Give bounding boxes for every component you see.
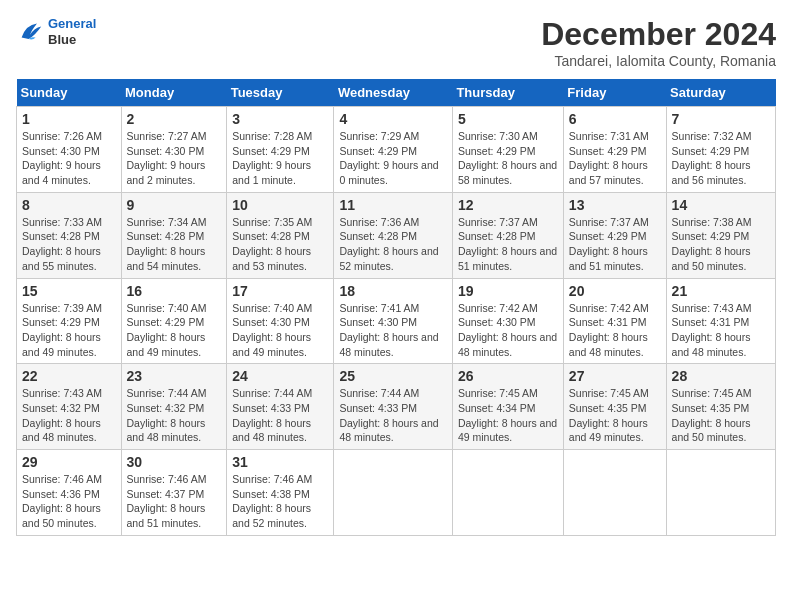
page-header: General Blue December 2024 Tandarei, Ial… — [16, 16, 776, 69]
calendar-cell: 4Sunrise: 7:29 AMSunset: 4:29 PMDaylight… — [334, 107, 453, 193]
header-thursday: Thursday — [452, 79, 563, 107]
day-number: 16 — [127, 283, 222, 299]
day-number: 9 — [127, 197, 222, 213]
header-tuesday: Tuesday — [227, 79, 334, 107]
day-number: 13 — [569, 197, 661, 213]
day-info: Sunrise: 7:38 AMSunset: 4:29 PMDaylight:… — [672, 215, 770, 274]
calendar-cell: 24Sunrise: 7:44 AMSunset: 4:33 PMDayligh… — [227, 364, 334, 450]
calendar-cell: 22Sunrise: 7:43 AMSunset: 4:32 PMDayligh… — [17, 364, 122, 450]
logo-icon — [16, 18, 44, 46]
calendar-cell: 19Sunrise: 7:42 AMSunset: 4:30 PMDayligh… — [452, 278, 563, 364]
header-monday: Monday — [121, 79, 227, 107]
day-number: 19 — [458, 283, 558, 299]
day-info: Sunrise: 7:45 AMSunset: 4:35 PMDaylight:… — [569, 386, 661, 445]
day-number: 29 — [22, 454, 116, 470]
day-number: 14 — [672, 197, 770, 213]
day-info: Sunrise: 7:30 AMSunset: 4:29 PMDaylight:… — [458, 129, 558, 188]
day-info: Sunrise: 7:42 AMSunset: 4:31 PMDaylight:… — [569, 301, 661, 360]
day-info: Sunrise: 7:36 AMSunset: 4:28 PMDaylight:… — [339, 215, 447, 274]
calendar-cell: 8Sunrise: 7:33 AMSunset: 4:28 PMDaylight… — [17, 192, 122, 278]
day-number: 5 — [458, 111, 558, 127]
calendar-cell: 17Sunrise: 7:40 AMSunset: 4:30 PMDayligh… — [227, 278, 334, 364]
calendar-cell: 20Sunrise: 7:42 AMSunset: 4:31 PMDayligh… — [563, 278, 666, 364]
calendar-cell: 18Sunrise: 7:41 AMSunset: 4:30 PMDayligh… — [334, 278, 453, 364]
day-info: Sunrise: 7:44 AMSunset: 4:33 PMDaylight:… — [232, 386, 328, 445]
day-info: Sunrise: 7:46 AMSunset: 4:36 PMDaylight:… — [22, 472, 116, 531]
day-info: Sunrise: 7:46 AMSunset: 4:37 PMDaylight:… — [127, 472, 222, 531]
day-info: Sunrise: 7:41 AMSunset: 4:30 PMDaylight:… — [339, 301, 447, 360]
calendar-cell — [666, 450, 775, 536]
logo-text: General Blue — [48, 16, 96, 47]
day-info: Sunrise: 7:40 AMSunset: 4:30 PMDaylight:… — [232, 301, 328, 360]
day-number: 25 — [339, 368, 447, 384]
day-info: Sunrise: 7:45 AMSunset: 4:35 PMDaylight:… — [672, 386, 770, 445]
day-number: 17 — [232, 283, 328, 299]
calendar-cell: 11Sunrise: 7:36 AMSunset: 4:28 PMDayligh… — [334, 192, 453, 278]
day-info: Sunrise: 7:26 AMSunset: 4:30 PMDaylight:… — [22, 129, 116, 188]
calendar-cell: 28Sunrise: 7:45 AMSunset: 4:35 PMDayligh… — [666, 364, 775, 450]
calendar-header: SundayMondayTuesdayWednesdayThursdayFrid… — [17, 79, 776, 107]
day-number: 4 — [339, 111, 447, 127]
calendar-cell: 7Sunrise: 7:32 AMSunset: 4:29 PMDaylight… — [666, 107, 775, 193]
day-number: 30 — [127, 454, 222, 470]
calendar-cell: 10Sunrise: 7:35 AMSunset: 4:28 PMDayligh… — [227, 192, 334, 278]
calendar-cell: 9Sunrise: 7:34 AMSunset: 4:28 PMDaylight… — [121, 192, 227, 278]
week-row-3: 15Sunrise: 7:39 AMSunset: 4:29 PMDayligh… — [17, 278, 776, 364]
calendar-cell: 6Sunrise: 7:31 AMSunset: 4:29 PMDaylight… — [563, 107, 666, 193]
day-info: Sunrise: 7:39 AMSunset: 4:29 PMDaylight:… — [22, 301, 116, 360]
week-row-5: 29Sunrise: 7:46 AMSunset: 4:36 PMDayligh… — [17, 450, 776, 536]
day-info: Sunrise: 7:37 AMSunset: 4:28 PMDaylight:… — [458, 215, 558, 274]
calendar-cell: 15Sunrise: 7:39 AMSunset: 4:29 PMDayligh… — [17, 278, 122, 364]
calendar-cell: 26Sunrise: 7:45 AMSunset: 4:34 PMDayligh… — [452, 364, 563, 450]
day-info: Sunrise: 7:37 AMSunset: 4:29 PMDaylight:… — [569, 215, 661, 274]
day-number: 2 — [127, 111, 222, 127]
day-number: 20 — [569, 283, 661, 299]
calendar-cell: 2Sunrise: 7:27 AMSunset: 4:30 PMDaylight… — [121, 107, 227, 193]
day-number: 31 — [232, 454, 328, 470]
day-info: Sunrise: 7:32 AMSunset: 4:29 PMDaylight:… — [672, 129, 770, 188]
day-number: 18 — [339, 283, 447, 299]
calendar-cell — [334, 450, 453, 536]
calendar-cell — [563, 450, 666, 536]
day-info: Sunrise: 7:28 AMSunset: 4:29 PMDaylight:… — [232, 129, 328, 188]
day-info: Sunrise: 7:42 AMSunset: 4:30 PMDaylight:… — [458, 301, 558, 360]
day-number: 23 — [127, 368, 222, 384]
day-info: Sunrise: 7:29 AMSunset: 4:29 PMDaylight:… — [339, 129, 447, 188]
calendar-cell: 31Sunrise: 7:46 AMSunset: 4:38 PMDayligh… — [227, 450, 334, 536]
header-sunday: Sunday — [17, 79, 122, 107]
day-info: Sunrise: 7:40 AMSunset: 4:29 PMDaylight:… — [127, 301, 222, 360]
calendar-cell: 5Sunrise: 7:30 AMSunset: 4:29 PMDaylight… — [452, 107, 563, 193]
header-row: SundayMondayTuesdayWednesdayThursdayFrid… — [17, 79, 776, 107]
day-info: Sunrise: 7:31 AMSunset: 4:29 PMDaylight:… — [569, 129, 661, 188]
main-title: December 2024 — [541, 16, 776, 53]
day-number: 15 — [22, 283, 116, 299]
day-number: 24 — [232, 368, 328, 384]
header-friday: Friday — [563, 79, 666, 107]
calendar-cell: 12Sunrise: 7:37 AMSunset: 4:28 PMDayligh… — [452, 192, 563, 278]
calendar-cell: 3Sunrise: 7:28 AMSunset: 4:29 PMDaylight… — [227, 107, 334, 193]
calendar-cell: 21Sunrise: 7:43 AMSunset: 4:31 PMDayligh… — [666, 278, 775, 364]
calendar-cell: 29Sunrise: 7:46 AMSunset: 4:36 PMDayligh… — [17, 450, 122, 536]
day-info: Sunrise: 7:35 AMSunset: 4:28 PMDaylight:… — [232, 215, 328, 274]
day-number: 7 — [672, 111, 770, 127]
header-saturday: Saturday — [666, 79, 775, 107]
day-number: 12 — [458, 197, 558, 213]
day-info: Sunrise: 7:27 AMSunset: 4:30 PMDaylight:… — [127, 129, 222, 188]
day-info: Sunrise: 7:43 AMSunset: 4:32 PMDaylight:… — [22, 386, 116, 445]
calendar-table: SundayMondayTuesdayWednesdayThursdayFrid… — [16, 79, 776, 536]
day-number: 27 — [569, 368, 661, 384]
logo: General Blue — [16, 16, 96, 47]
calendar-cell: 27Sunrise: 7:45 AMSunset: 4:35 PMDayligh… — [563, 364, 666, 450]
calendar-cell: 23Sunrise: 7:44 AMSunset: 4:32 PMDayligh… — [121, 364, 227, 450]
day-number: 11 — [339, 197, 447, 213]
subtitle: Tandarei, Ialomita County, Romania — [541, 53, 776, 69]
calendar-cell: 14Sunrise: 7:38 AMSunset: 4:29 PMDayligh… — [666, 192, 775, 278]
calendar-cell — [452, 450, 563, 536]
week-row-2: 8Sunrise: 7:33 AMSunset: 4:28 PMDaylight… — [17, 192, 776, 278]
day-number: 28 — [672, 368, 770, 384]
day-number: 8 — [22, 197, 116, 213]
day-info: Sunrise: 7:33 AMSunset: 4:28 PMDaylight:… — [22, 215, 116, 274]
day-number: 26 — [458, 368, 558, 384]
calendar-body: 1Sunrise: 7:26 AMSunset: 4:30 PMDaylight… — [17, 107, 776, 536]
day-info: Sunrise: 7:34 AMSunset: 4:28 PMDaylight:… — [127, 215, 222, 274]
